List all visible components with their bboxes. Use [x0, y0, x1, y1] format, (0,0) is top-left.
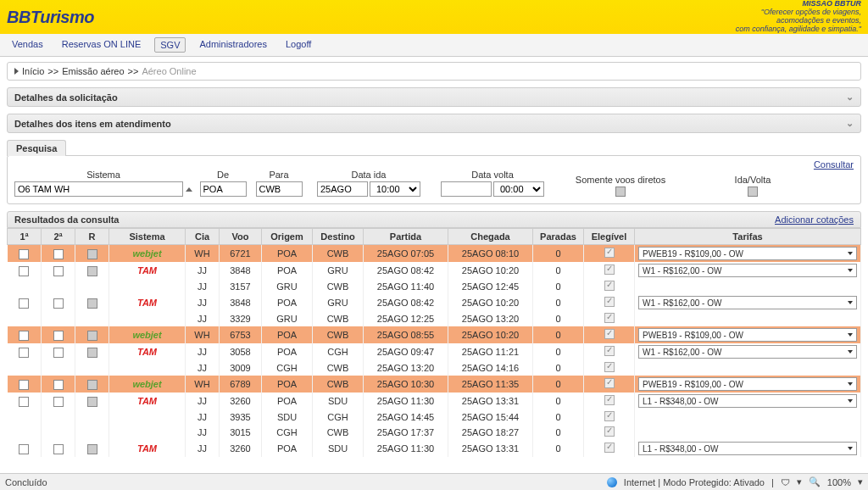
tarifa-select[interactable]: PWEB19 - R$109,00 - OW: [638, 377, 857, 391]
adicionar-cotacoes-link[interactable]: Adicionar cotações: [775, 214, 854, 225]
menu-reservas[interactable]: Reservas ON LINE: [57, 37, 147, 53]
zoom-icon[interactable]: 🔍: [809, 476, 821, 487]
tarifa-select[interactable]: W1 - R$162,00 - OW: [638, 345, 857, 359]
select-r-checkbox[interactable]: [87, 266, 97, 276]
idavolta-checkbox[interactable]: [748, 187, 758, 197]
col-cia[interactable]: Cia: [186, 229, 220, 245]
select-2a-checkbox[interactable]: [53, 380, 64, 390]
tarifa-value: W1 - R$162,00 - OW: [643, 298, 721, 308]
sistema-input[interactable]: [14, 181, 183, 197]
table-row[interactable]: JJ3329GRUCWB25AGO 12:2525AGO 13:200: [8, 311, 861, 326]
tarifa-select[interactable]: W1 - R$162,00 - OW: [638, 264, 857, 277]
tarifa-select[interactable]: L1 - R$348,00 - OW: [638, 394, 857, 408]
ida-date-input[interactable]: [317, 181, 368, 197]
table-row[interactable]: TAMJJ3260POASDU25AGO 11:3025AGO 13:310L1…: [8, 440, 861, 457]
menu-logoff[interactable]: Logoff: [281, 37, 316, 53]
menu-admin[interactable]: Administradores: [194, 37, 271, 53]
elegivel-checkbox: [604, 443, 615, 453]
col-sistema[interactable]: Sistema: [109, 229, 186, 245]
cell-ori: GRU: [262, 279, 313, 294]
tarifa-select[interactable]: L1 - R$348,00 - OW: [638, 442, 857, 455]
volta-time-select[interactable]: 00:00: [493, 181, 544, 197]
col-paradas[interactable]: Paradas: [533, 229, 584, 245]
col-2a[interactable]: 2ª: [42, 229, 75, 245]
status-bar: Concluído Internet | Modo Protegido: Ati…: [0, 473, 868, 490]
consultar-link[interactable]: Consultar: [814, 159, 854, 170]
cell-dst: CWB: [313, 245, 364, 263]
col-origem[interactable]: Origem: [262, 229, 313, 245]
select-2a-checkbox[interactable]: [53, 331, 64, 341]
col-voo[interactable]: Voo: [220, 229, 262, 245]
tarifa-select[interactable]: PWEB19 - R$109,00 - OW: [638, 247, 857, 260]
status-left: Concluído: [5, 477, 47, 487]
tarifa-select[interactable]: PWEB19 - R$109,00 - OW: [638, 328, 857, 342]
select-1a-checkbox[interactable]: [19, 380, 29, 390]
select-1a-checkbox[interactable]: [19, 397, 29, 407]
results-header: Resultados da consulta Adicionar cotaçõe…: [7, 211, 861, 228]
select-1a-checkbox[interactable]: [19, 266, 29, 276]
de-input[interactable]: [200, 181, 247, 197]
table-row[interactable]: TAMJJ3260POASDU25AGO 11:3025AGO 13:310L1…: [8, 393, 861, 409]
select-2a-checkbox[interactable]: [53, 298, 64, 309]
select-r-checkbox[interactable]: [87, 444, 97, 454]
select-r-checkbox[interactable]: [87, 298, 97, 309]
caret-down-icon: [848, 269, 853, 272]
diretos-checkbox[interactable]: [615, 187, 626, 197]
cell-voo: 6753: [220, 326, 262, 343]
security-icon[interactable]: 🛡: [781, 477, 790, 487]
cell-cia: JJ: [186, 409, 220, 425]
col-tarifas[interactable]: Tarifas: [635, 229, 861, 245]
select-r-checkbox[interactable]: [87, 348, 97, 358]
col-partida[interactable]: Partida: [364, 229, 448, 245]
table-row[interactable]: TAMJJ3848POAGRU25AGO 08:4225AGO 10:200W1…: [8, 262, 861, 279]
table-row[interactable]: TAMJJ3058POACGH25AGO 09:4725AGO 11:210W1…: [8, 343, 861, 360]
panel-detalhes-itens[interactable]: Detalhes dos itens em atendimento ⌄: [7, 114, 861, 133]
tab-pesquisa[interactable]: Pesquisa: [7, 140, 66, 156]
table-row[interactable]: webjetWH6789POACWB25AGO 10:3025AGO 11:35…: [8, 376, 861, 393]
select-2a-checkbox[interactable]: [53, 249, 64, 259]
chevron-down-icon: ⌄: [846, 92, 854, 103]
panel-detalhes-solicitacao[interactable]: Detalhes da solicitação ⌄: [7, 87, 861, 107]
select-1a-checkbox[interactable]: [19, 331, 29, 341]
breadcrumb-emissao[interactable]: Emissão aéreo: [62, 66, 124, 76]
table-row[interactable]: JJ3015CGHCWB25AGO 17:3725AGO 18:270: [8, 425, 861, 440]
volta-date-input[interactable]: [441, 181, 492, 197]
col-r[interactable]: R: [75, 229, 109, 245]
select-2a-checkbox[interactable]: [53, 444, 64, 454]
select-2a-checkbox[interactable]: [53, 397, 64, 407]
select-1a-checkbox[interactable]: [19, 348, 29, 358]
select-1a-checkbox[interactable]: [19, 444, 29, 454]
col-elegivel[interactable]: Elegível: [584, 229, 635, 245]
elegivel-checkbox: [604, 329, 615, 339]
select-2a-checkbox[interactable]: [53, 266, 64, 276]
col-destino[interactable]: Destino: [313, 229, 364, 245]
menu-sgv[interactable]: SGV: [154, 37, 186, 53]
table-row[interactable]: webjetWH6721POACWB25AGO 07:0525AGO 08:10…: [8, 245, 861, 263]
select-r-checkbox[interactable]: [87, 380, 97, 390]
tarifa-select[interactable]: W1 - R$162,00 - OW: [638, 296, 857, 309]
select-r-checkbox[interactable]: [87, 331, 97, 341]
cell-cia: JJ: [186, 343, 220, 360]
table-row[interactable]: webjetWH6753POACWB25AGO 08:5525AGO 10:20…: [8, 326, 861, 343]
select-r-checkbox[interactable]: [87, 397, 97, 407]
tarifa-value: W1 - R$162,00 - OW: [643, 266, 721, 276]
table-row[interactable]: TAMJJ3848POAGRU25AGO 08:4225AGO 10:200W1…: [8, 294, 861, 311]
select-1a-checkbox[interactable]: [19, 249, 29, 259]
select-2a-checkbox[interactable]: [53, 348, 64, 358]
para-input[interactable]: [256, 181, 303, 197]
results-table: 1ª 2ª R Sistema Cia Voo Origem Destino P…: [7, 228, 861, 457]
elegivel-checkbox: [604, 297, 615, 307]
table-row[interactable]: JJ3009CGHCWB25AGO 13:2025AGO 14:160: [8, 360, 861, 376]
table-row[interactable]: JJ3157GRUCWB25AGO 11:4025AGO 12:450: [8, 279, 861, 294]
menu-vendas[interactable]: Vendas: [7, 37, 48, 53]
table-row[interactable]: JJ3935SDUCGH25AGO 14:4525AGO 15:440: [8, 409, 861, 425]
col-chegada[interactable]: Chegada: [448, 229, 533, 245]
select-r-checkbox[interactable]: [87, 249, 97, 259]
ida-time-select[interactable]: 10:00: [370, 181, 420, 197]
select-1a-checkbox[interactable]: [19, 298, 29, 309]
breadcrumb-inicio[interactable]: Início: [22, 66, 44, 76]
sort-asc-icon[interactable]: [186, 187, 192, 192]
cell-ori: POA: [262, 262, 313, 279]
col-1a[interactable]: 1ª: [8, 229, 42, 245]
cell-part: 25AGO 14:45: [364, 409, 448, 425]
